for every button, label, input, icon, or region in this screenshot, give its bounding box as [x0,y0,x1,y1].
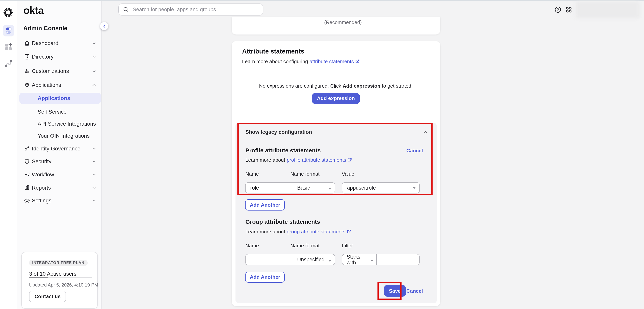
group-name-format-select[interactable]: Unspecified [292,254,335,265]
group-add-another-button[interactable]: Add Another [245,272,285,283]
learn-more-text: Learn more about configuring [242,58,308,64]
cancel-link[interactable]: Cancel [406,288,423,294]
sidebar-item-dashboard[interactable]: Dashboard [17,37,102,49]
app-launcher-button[interactable] [565,6,572,15]
sidebar-item-label: Customizations [32,68,69,74]
sidebar-item-applications[interactable]: Applications [17,79,102,91]
group-filter-value-input[interactable] [376,257,419,263]
rail-item-admin-console[interactable] [3,25,14,36]
plan-badge: INTEGRATOR FREE PLAN [29,260,88,266]
profile-add-another-button[interactable]: Add Another [245,199,285,210]
sidebar-item-security[interactable]: Security [17,155,102,167]
bar-chart-icon [24,184,30,191]
plan-updated-timestamp: Updated Apr 5, 2026, 4:10:19 PM [29,282,98,288]
group-attribute-statements-link[interactable]: group attribute statements [287,229,345,235]
profile-attribute-title: Profile attribute statements [246,147,321,154]
sidebar-subitem-your-oin-integrations[interactable]: Your OIN Integrations [17,133,102,139]
sidebar-item-label: Security [32,158,52,164]
group-name-field[interactable] [246,254,292,265]
contact-us-button[interactable]: Contact us [29,291,66,302]
sidebar-subitem-self-service[interactable]: Self Service [17,108,102,115]
workflow-connector-icon [5,59,12,67]
rail-item-workflows[interactable] [5,59,12,69]
sidebar-subitem-api-service-integrations[interactable]: API Service Integrations [17,120,102,127]
profile-attribute-statements-link[interactable]: profile attribute statements [287,157,346,163]
sidebar-title: Admin Console [23,25,67,31]
group-filter-type-select[interactable]: Starts with [342,254,376,265]
rail-item-add-apps[interactable] [5,43,12,52]
chevron-down-icon [92,41,96,45]
chevron-down-icon [92,69,96,73]
sidebar: okta Admin Console Dashboard Directory [17,1,102,309]
sidebar-subitem-label: Applications [38,95,70,101]
group-name-row-group: Unspecified [245,254,335,265]
group-learn-more-line: Learn more about group attribute stateme… [246,229,351,235]
app-switcher-rail [0,1,17,309]
active-users-text: 3 of 10 Active users [29,271,76,277]
profile-name-format-select[interactable]: Basic [292,182,335,193]
profile-value-select[interactable]: appuser.role [342,182,420,193]
sidebar-subitem-label: Your OIN Integrations [38,133,90,139]
shield-icon [24,158,30,165]
chevron-up-icon[interactable] [423,130,427,135]
sidebar-item-label: Reports [32,184,51,191]
chevron-down-icon [92,186,96,190]
chevron-down-icon [92,146,96,151]
profile-name-field[interactable] [246,182,292,193]
save-button[interactable]: Save [384,285,406,297]
group-name-label: Name [246,243,259,249]
sidebar-item-identity-governance[interactable]: Identity Governance [17,142,102,154]
attribute-statements-card: Attribute statements Learn more about co… [232,41,440,306]
workflow-icon [24,171,30,178]
sidebar-item-workflow[interactable]: Workflow [17,169,102,180]
user-account-menu-blurred[interactable] [576,1,640,18]
profile-cancel-link[interactable]: Cancel [406,148,423,154]
profile-value-label: Value [342,171,354,177]
external-link-icon [348,158,352,162]
home-icon [24,40,30,46]
global-search[interactable] [118,3,263,15]
chevron-left-icon [102,24,106,28]
sidebar-item-customizations[interactable]: Customizations [17,65,102,77]
chevron-down-icon [92,173,96,177]
add-expression-button[interactable]: Add expression [312,93,360,104]
attribute-statements-link[interactable]: attribute statements [310,58,354,64]
search-icon [123,6,129,12]
external-link-icon [347,230,351,234]
profile-name-input[interactable] [246,185,292,191]
profile-name-format-label: Name format [290,171,320,177]
chevron-up-icon [92,83,96,87]
sliders-icon [24,68,30,74]
sidebar-item-label: Dashboard [32,40,58,46]
group-name-input[interactable] [246,257,292,263]
directory-icon [24,53,30,60]
profile-name-row-group: Basic [245,182,335,193]
select-caret-icon [328,256,335,263]
sidebar-item-label: Settings [32,197,52,204]
settings-card-truncated: (Recommended) [232,17,440,34]
profile-name-label: Name [246,171,259,177]
sidebar-subitem-label: Self Service [38,108,66,115]
help-button[interactable]: ? [554,6,561,15]
legacy-toggle-label[interactable]: Show legacy configuration [246,129,312,135]
sidebar-item-directory[interactable]: Directory [17,51,102,62]
svg-text:?: ? [557,7,559,12]
plan-card: INTEGRATOR FREE PLAN 3 of 10 Active user… [21,252,98,309]
empty-state-text: No expressions are configured. Click Add… [232,83,440,89]
active-users-progressbar [29,277,92,278]
group-filter-row-group: Starts with [342,254,420,265]
sidebar-item-settings[interactable]: Settings [17,195,102,206]
search-input[interactable] [132,6,258,13]
select-caret-icon [328,184,335,191]
attribute-learn-more-line: Learn more about configuring attribute s… [242,58,360,64]
plan-progress-fill [29,277,48,278]
app-grid-icon [565,6,572,13]
group-filter-value-field[interactable] [376,254,419,265]
admin-console-icon [4,27,12,34]
sidebar-item-reports[interactable]: Reports [17,182,102,193]
group-filter-label: Filter [342,243,353,249]
sidebar-subitem-applications-active[interactable]: Applications [20,93,101,104]
profile-learn-more-line: Learn more about profile attribute state… [246,157,352,163]
add-apps-icon [5,43,12,51]
sidebar-collapse-button[interactable] [100,22,108,30]
